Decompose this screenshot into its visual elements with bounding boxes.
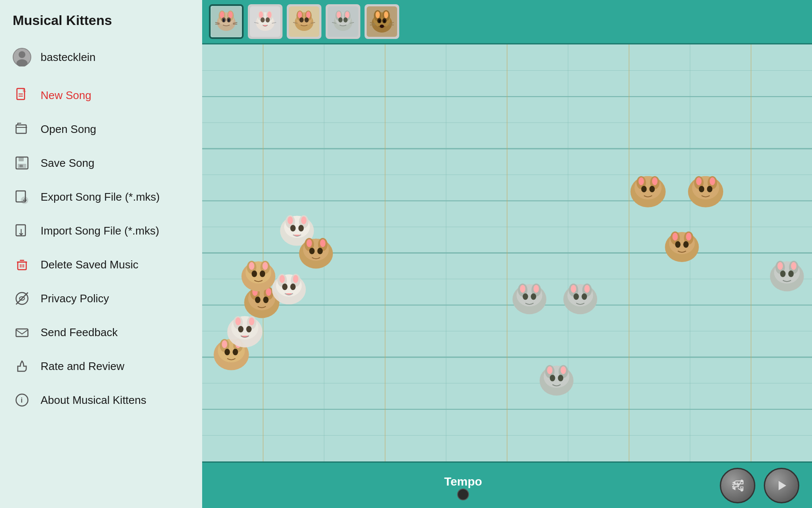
svg-point-127 — [236, 318, 241, 325]
svg-point-59 — [306, 11, 310, 18]
cat-thumb-2[interactable] — [287, 4, 321, 39]
play-button[interactable] — [764, 468, 799, 503]
sidebar-item-label-export-song: Export Song File (*.mks) — [41, 190, 160, 204]
sidebar-item-delete-music[interactable]: Delete Saved Music — [8, 248, 194, 282]
user-name: bastecklein — [41, 51, 96, 64]
svg-text:i: i — [21, 397, 22, 404]
svg-point-170 — [317, 248, 323, 254]
sidebar-item-user[interactable]: bastecklein — [8, 40, 194, 74]
svg-point-36 — [223, 19, 225, 22]
mail-icon — [13, 323, 31, 342]
cat-thumb-0[interactable] — [209, 4, 244, 39]
cat-selector — [202, 0, 812, 44]
sidebar-item-send-feedback[interactable]: Send Feedback — [8, 315, 194, 349]
svg-point-168 — [320, 239, 326, 247]
svg-point-192 — [686, 233, 691, 240]
svg-point-209 — [573, 293, 579, 300]
tempo-label: Tempo — [442, 475, 484, 489]
svg-point-146 — [260, 271, 265, 277]
svg-point-80 — [376, 11, 380, 18]
svg-point-218 — [558, 375, 563, 381]
svg-point-175 — [639, 177, 644, 185]
sidebar-item-open-song[interactable]: Open Song — [8, 112, 194, 146]
svg-point-200 — [533, 285, 539, 293]
svg-point-61 — [304, 17, 309, 22]
sidebar-item-about[interactable]: iAbout Musical Kittens — [8, 383, 194, 417]
svg-point-130 — [246, 326, 252, 332]
svg-point-162 — [299, 225, 304, 231]
svg-point-169 — [309, 248, 315, 254]
svg-point-37 — [228, 19, 230, 22]
trash-icon — [13, 255, 31, 274]
sidebar-item-import-song[interactable]: Import Song File (*.mks) — [8, 214, 194, 248]
svg-point-151 — [280, 275, 285, 283]
svg-marker-230 — [779, 481, 786, 490]
svg-point-177 — [641, 186, 647, 192]
svg-point-121 — [225, 349, 230, 355]
svg-point-184 — [710, 177, 715, 185]
privacy-icon — [13, 289, 31, 308]
svg-point-217 — [550, 375, 555, 381]
svg-point-85 — [384, 20, 385, 22]
svg-point-216 — [561, 366, 566, 374]
svg-point-119 — [222, 340, 227, 348]
shuffle-button[interactable]: ⇄ — [720, 468, 755, 503]
svg-point-69 — [337, 11, 341, 18]
svg-point-225 — [780, 271, 786, 277]
svg-point-70 — [345, 11, 349, 18]
svg-point-224 — [791, 262, 796, 270]
svg-point-152 — [293, 275, 299, 283]
sidebar-item-export-song[interactable]: Export Song File (*.mks) — [8, 180, 194, 214]
svg-point-199 — [520, 285, 525, 293]
svg-point-228 — [741, 489, 743, 491]
svg-point-84 — [379, 20, 380, 22]
svg-point-201 — [523, 293, 528, 300]
sidebar-item-save-song[interactable]: Save Song — [8, 146, 194, 180]
svg-point-144 — [263, 262, 268, 270]
svg-point-60 — [299, 17, 304, 22]
sidebar-item-rate-review[interactable]: Rate and Review — [8, 349, 194, 383]
export-icon — [13, 188, 31, 206]
svg-point-210 — [582, 293, 587, 300]
sidebar-item-label-privacy-policy: Privacy Policy — [41, 292, 109, 305]
sidebar-item-privacy-policy[interactable]: Privacy Policy — [8, 282, 194, 315]
svg-point-153 — [282, 284, 288, 290]
svg-point-1 — [19, 51, 25, 58]
tempo-slider-thumb[interactable] — [457, 489, 469, 500]
sidebar-item-label-save-song: Save Song — [41, 157, 94, 170]
sidebar: Musical Kittens bastecklein New SongOpen… — [0, 0, 202, 508]
sidebar-item-new-song[interactable]: New Song — [8, 78, 194, 112]
cat-thumb-3[interactable] — [326, 4, 360, 39]
sidebar-item-label-open-song: Open Song — [41, 123, 96, 136]
info-icon: i — [13, 391, 31, 409]
svg-point-185 — [699, 186, 704, 192]
sidebar-item-label-rate-review: Rate and Review — [41, 360, 124, 373]
svg-point-137 — [255, 297, 261, 303]
svg-rect-6 — [16, 125, 26, 133]
svg-point-176 — [652, 177, 658, 185]
svg-point-81 — [384, 11, 388, 18]
svg-rect-8 — [19, 157, 24, 161]
svg-point-159 — [288, 216, 293, 224]
svg-point-86 — [380, 25, 384, 28]
user-avatar — [13, 48, 31, 66]
thumbsup-icon — [13, 357, 31, 375]
svg-text:⇄: ⇄ — [732, 480, 739, 491]
svg-point-129 — [238, 326, 244, 332]
cat-thumb-1[interactable] — [248, 4, 283, 39]
svg-point-154 — [290, 284, 296, 290]
sidebar-item-label-about: About Musical Kittens — [41, 394, 146, 407]
svg-point-58 — [298, 11, 302, 18]
svg-point-160 — [301, 216, 307, 224]
svg-point-223 — [777, 262, 783, 270]
svg-point-71 — [338, 17, 343, 22]
sidebar-item-label-delete-music: Delete Saved Music — [41, 258, 138, 271]
svg-point-128 — [249, 318, 255, 325]
app-title: Musical Kittens — [8, 13, 194, 28]
cat-thumb-4[interactable] — [365, 4, 399, 39]
svg-point-191 — [672, 233, 678, 240]
svg-point-194 — [683, 241, 689, 248]
music-grid[interactable] — [202, 44, 812, 461]
sidebar-item-label-send-feedback: Send Feedback — [41, 326, 118, 339]
svg-point-48 — [267, 11, 272, 18]
